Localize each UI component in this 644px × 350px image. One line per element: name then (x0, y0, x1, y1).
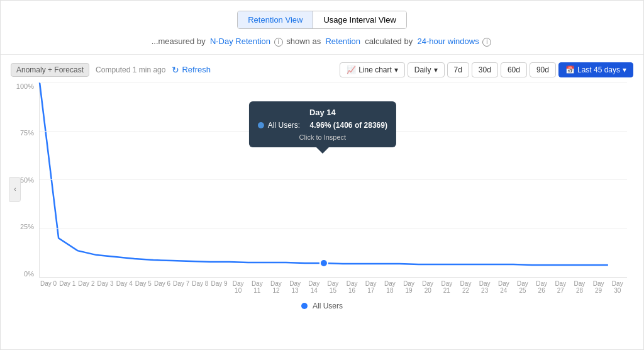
y-label-0: 0% (24, 270, 34, 278)
chart-inner[interactable]: Day 14 All Users: 4.96% (1406 of 28369) … (39, 82, 627, 278)
window-info-icon[interactable]: i (482, 38, 491, 47)
x-label-day7: Day 7 (172, 280, 191, 287)
x-label-day23: Day 23 (475, 280, 494, 294)
x-label-day5: Day 5 (134, 280, 153, 287)
refresh-button[interactable]: ↻ Refresh (172, 65, 211, 75)
anomaly-badge: Anomaly + Forecast (11, 63, 89, 77)
view-toggle: Retention View Usage Interval View (237, 11, 407, 29)
x-label-day4: Day 4 (115, 280, 134, 287)
x-label-day12: Day 12 (267, 280, 286, 294)
x-label-day24: Day 24 (494, 280, 513, 294)
chart-legend: All Users (11, 302, 633, 310)
x-label-day15: Day 15 (323, 280, 342, 294)
y-label-100: 100% (16, 82, 34, 90)
y-label-50: 50% (20, 176, 34, 184)
x-label-day0: Day 0 (39, 280, 58, 287)
tooltip-day: Day 14 (258, 108, 387, 117)
chart-tooltip[interactable]: Day 14 All Users: 4.96% (1406 of 28369) … (249, 101, 396, 147)
x-label-day22: Day 22 (456, 280, 475, 294)
x-label-day30: Day 30 (608, 280, 627, 294)
toolbar-right: 📈 Line chart ▾ Daily ▾ 7d 30d 60d 90d 📅 … (340, 62, 633, 77)
x-label-day6: Day 6 (153, 280, 172, 287)
x-label-day10: Day 10 (229, 280, 248, 294)
chart-type-button[interactable]: 📈 Line chart ▾ (340, 62, 405, 77)
x-label-day17: Day 17 (362, 280, 380, 294)
tooltip-inspect[interactable]: Click to Inspect (258, 133, 387, 141)
x-label-day11: Day 11 (248, 280, 267, 294)
legend-dot (301, 303, 308, 309)
chart-toolbar: Anomaly + Forecast Computed 1 min ago ↻ … (11, 62, 633, 77)
x-label-day2: Day 2 (77, 280, 96, 287)
y-label-25: 25% (20, 223, 34, 230)
grid-line-100 (40, 82, 627, 83)
chart-type-label: Line chart (358, 65, 392, 74)
grid-line-25 (40, 228, 627, 229)
x-axis: Day 0 Day 1 Day 2 Day 3 Day 4 Day 5 Day … (39, 278, 627, 296)
tooltip-dot (258, 122, 264, 128)
display-link[interactable]: Retention (325, 37, 360, 46)
x-label-day28: Day 28 (570, 280, 589, 294)
range-30d-button[interactable]: 30d (472, 62, 498, 77)
tooltip-value: All Users: 4.96% (1406 of 28369) (258, 121, 387, 130)
active-range-label: Last 45 days (577, 65, 620, 74)
calc-prefix: calculated by (365, 37, 413, 46)
chart-highlight-point (320, 259, 328, 267)
chart-section: Anomaly + Forecast Computed 1 min ago ↻ … (1, 55, 643, 315)
sidebar-toggle[interactable]: ‹ (9, 177, 21, 202)
x-label-day21: Day 21 (437, 280, 456, 294)
refresh-icon: ↻ (172, 65, 179, 75)
period-label: Daily (414, 65, 431, 74)
y-label-75: 75% (20, 129, 34, 137)
x-label-day9: Day 9 (209, 280, 228, 287)
shown-as-label: shown as (286, 37, 321, 46)
range-45d-button[interactable]: 📅 Last 45 days ▾ (558, 62, 633, 77)
legend-label: All Users (313, 302, 343, 310)
x-label-day20: Day 20 (418, 280, 437, 294)
computed-text: Computed 1 min ago (96, 65, 165, 74)
view-section: Retention View Usage Interval View ...me… (1, 1, 643, 55)
measured-by-bar: ...measured by N-Day Retention i shown a… (1, 37, 643, 47)
x-label-day29: Day 29 (589, 280, 608, 294)
x-label-day16: Day 16 (343, 280, 362, 294)
calendar-icon: 📅 (565, 65, 575, 74)
x-label-day26: Day 26 (532, 280, 551, 294)
x-label-day18: Day 18 (380, 280, 399, 294)
x-label-day8: Day 8 (191, 280, 209, 287)
range-60d-button[interactable]: 60d (501, 62, 527, 77)
measured-prefix: ...measured by (152, 37, 206, 46)
toolbar-left: Anomaly + Forecast Computed 1 min ago ↻ … (11, 63, 211, 77)
range-7d-button[interactable]: 7d (447, 62, 469, 77)
chart-type-icon: 📈 (347, 65, 356, 74)
x-label-day14: Day 14 (304, 280, 323, 294)
period-button[interactable]: Daily ▾ (408, 62, 445, 77)
x-label-day13: Day 13 (286, 280, 304, 294)
x-label-day19: Day 19 (399, 280, 418, 294)
metric-info-icon[interactable]: i (274, 38, 283, 47)
tooltip-number: 4.96% (1406 of 28369) (309, 121, 387, 130)
active-range-chevron: ▾ (623, 65, 626, 74)
chart-type-chevron: ▾ (394, 65, 398, 74)
x-label-day27: Day 27 (551, 280, 570, 294)
tooltip-label: All Users: (268, 121, 300, 130)
refresh-label: Refresh (182, 65, 211, 74)
usage-view-button[interactable]: Usage Interval View (313, 11, 406, 28)
tooltip-arrow (316, 147, 329, 154)
chart-area: 100% 75% 50% 25% 0% (11, 82, 633, 296)
x-label-day25: Day 25 (513, 280, 532, 294)
x-label-day3: Day 3 (96, 280, 114, 287)
grid-line-50 (40, 179, 627, 180)
range-90d-button[interactable]: 90d (530, 62, 556, 77)
retention-view-button[interactable]: Retention View (238, 11, 313, 28)
metric-link[interactable]: N-Day Retention (210, 37, 270, 46)
x-label-day1: Day 1 (58, 280, 77, 287)
window-link[interactable]: 24-hour windows (417, 37, 479, 46)
period-chevron: ▾ (434, 65, 438, 74)
